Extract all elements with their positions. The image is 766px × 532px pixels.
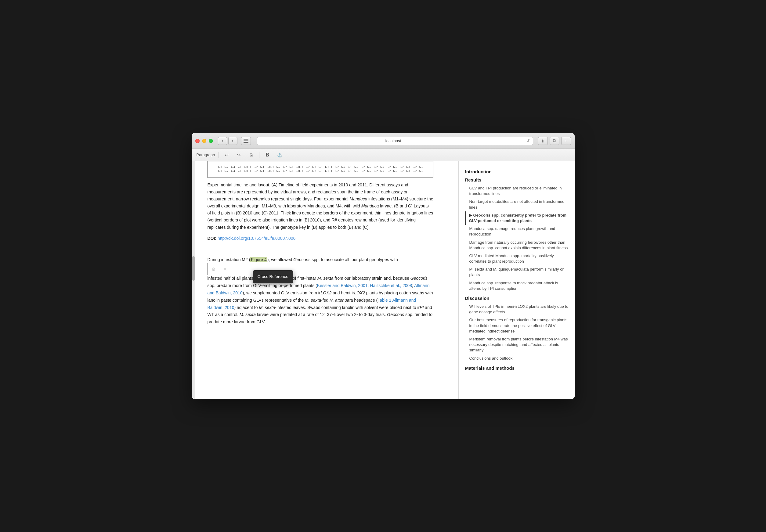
content-inner: 3←0 3←2 3←4 3←1 3←0.1 3←2 3←1 3←0.1 3←2 … bbox=[195, 161, 446, 332]
toc-item-wt-levels[interactable]: WT levels of TPIs in hemi-irLOX2 plants … bbox=[465, 303, 569, 316]
reload-button[interactable]: ↺ bbox=[527, 138, 530, 143]
caption-bold-C: C bbox=[408, 203, 411, 208]
cross-reference-label: Cross Reference bbox=[253, 270, 293, 283]
toc-item-manduca-response[interactable]: Manduca spp. response to mock predator a… bbox=[465, 279, 569, 293]
figure-caption: Experimental timeline and layout. (A) Ti… bbox=[207, 182, 433, 231]
msexta-italic-2: M. sexta bbox=[259, 305, 275, 310]
cross-ref-close-button[interactable]: ✕ bbox=[219, 263, 231, 275]
share-button[interactable]: ⬆ bbox=[538, 137, 548, 145]
doi-line: DOI: http://dx.doi.org/10.7554/eLife.000… bbox=[207, 236, 433, 241]
geocoris-italic-1: Geocoris bbox=[293, 257, 310, 262]
irPI-italic: PI bbox=[420, 305, 424, 310]
main-area: 3←0 3←2 3←4 3←1 3←0.1 3←2 3←1 3←0.1 3←2 … bbox=[192, 161, 575, 399]
close-button[interactable] bbox=[195, 139, 200, 143]
body-paragraph: During infestation M2 (Figure 4), we all… bbox=[207, 256, 433, 326]
copy-button[interactable]: ⎘ bbox=[247, 151, 255, 159]
toolbar: Paragraph ↩ ↪ ⎘ B ⚓ bbox=[192, 149, 575, 161]
caption-bold-A: A bbox=[273, 182, 276, 187]
toc-item-meristem-removal[interactable]: Meristem removal from plants before infe… bbox=[465, 335, 569, 354]
new-tab-button[interactable]: + bbox=[561, 137, 571, 145]
maximize-button[interactable] bbox=[209, 139, 213, 143]
minimize-button[interactable] bbox=[202, 139, 206, 143]
undo-button[interactable]: ↩ bbox=[222, 151, 231, 159]
lox2-italic-2: LOX2 bbox=[354, 290, 365, 295]
duplicate-button[interactable]: ⧉ bbox=[550, 137, 559, 145]
toc-section-discussion: Discussion WT levels of TPIs in hemi-irL… bbox=[465, 296, 569, 362]
toc-arrow-icon: ▶ bbox=[469, 213, 472, 218]
toc-item-best-measures[interactable]: Our best measures of reproduction for tr… bbox=[465, 316, 569, 335]
window-actions: ⬆ ⧉ + bbox=[538, 137, 571, 145]
cross-ref-settings-button[interactable]: ⚙ bbox=[208, 263, 219, 275]
caption-bold-B: B bbox=[396, 203, 399, 208]
gear-icon: ⚙ bbox=[211, 265, 215, 273]
msexta-fed-italic: M. sexta bbox=[305, 298, 321, 303]
svg-rect-2 bbox=[243, 142, 248, 143]
right-sidebar: Introduction Results GLV and TPI product… bbox=[459, 161, 575, 399]
toc-item-conclusions[interactable]: Conclusions and outlook bbox=[465, 354, 569, 362]
link-button[interactable]: ⚓ bbox=[275, 151, 284, 159]
toc-section-results: Results GLV and TPI production are reduc… bbox=[465, 177, 569, 293]
lox2-italic-1: LOX2 bbox=[320, 290, 331, 295]
url-bar[interactable]: localhost ↺ bbox=[257, 137, 533, 145]
nav-buttons: ‹ › bbox=[218, 137, 237, 145]
section-divider bbox=[207, 250, 433, 250]
figure-image: 3←0 3←2 3←4 3←1 3←0.1 3←2 3←1 3←0.1 3←2 … bbox=[207, 161, 433, 178]
toc-section-introduction: Introduction bbox=[465, 169, 569, 174]
ref-kessler-2001[interactable]: Kessler and Baldwin, 2001 bbox=[317, 283, 368, 288]
toc-item-glv-tpi[interactable]: GLV and TPI production are reduced or el… bbox=[465, 184, 569, 198]
caption-italic-manduca: Manduca bbox=[350, 196, 367, 201]
traffic-lights bbox=[195, 139, 213, 143]
paragraph-style-label[interactable]: Paragraph bbox=[196, 153, 215, 157]
forward-button[interactable]: › bbox=[228, 137, 237, 145]
toc-introduction-heading[interactable]: Introduction bbox=[465, 169, 569, 174]
toc-item-geocoris[interactable]: ▶Geocoris spp. consistently prefer to pr… bbox=[465, 211, 569, 225]
msexta-italic: M. sexta bbox=[317, 276, 333, 281]
cross-reference-popup: Cross Reference bbox=[253, 270, 293, 283]
redo-button[interactable]: ↪ bbox=[235, 151, 243, 159]
toc-item-glv-mortality[interactable]: GLV-mediated Manduca spp. mortality posi… bbox=[465, 252, 569, 265]
close-icon: ✕ bbox=[223, 265, 227, 273]
scroll-track[interactable] bbox=[192, 161, 195, 399]
toc-materials-heading[interactable]: Materials and methods bbox=[465, 365, 569, 371]
geocoris-italic-2: Geocoris bbox=[411, 276, 428, 281]
toc-item-naturally-occurring[interactable]: Damage from naturally occurring herbivor… bbox=[465, 239, 569, 252]
caption-italic-manduca2: Manduca bbox=[361, 203, 379, 208]
toc-section-materials: Materials and methods bbox=[465, 365, 569, 371]
back-button[interactable]: ‹ bbox=[218, 137, 227, 145]
svg-rect-1 bbox=[243, 140, 248, 141]
toc-item-non-target[interactable]: Non-target metabolites are not affected … bbox=[465, 198, 569, 211]
msexta-italic-3: M. sexta bbox=[239, 312, 256, 317]
toc-item-msexta-quinque[interactable]: M. sexta and M. quinquemaculata perform … bbox=[465, 265, 569, 279]
toc-discussion-heading[interactable]: Discussion bbox=[465, 296, 569, 301]
n-attenuata-italic: N. attenuata bbox=[329, 298, 353, 303]
bold-button[interactable]: B bbox=[263, 151, 271, 159]
sidebar-toggle-button[interactable] bbox=[241, 137, 251, 145]
content-area: 3←0 3←2 3←4 3←1 3←0.1 3←2 3←1 3←0.1 3←2 … bbox=[195, 161, 459, 399]
geocoris-italic-3: Geocoris bbox=[387, 312, 404, 317]
figure4-reference[interactable]: Figure 4 bbox=[250, 257, 267, 262]
scroll-thumb[interactable] bbox=[192, 256, 195, 281]
toc-results-heading[interactable]: Results bbox=[465, 177, 569, 182]
url-text: localhost bbox=[260, 138, 527, 143]
toolbar-divider-2 bbox=[259, 152, 259, 158]
cross-ref-actions: ⚙ ✕ bbox=[207, 263, 433, 275]
doi-label: DOI: bbox=[207, 236, 217, 241]
toolbar-divider-1 bbox=[218, 152, 219, 158]
svg-rect-0 bbox=[243, 139, 248, 140]
doi-link[interactable]: http://dx.doi.org/10.7554/eLife.00007.00… bbox=[217, 236, 295, 241]
figure-image-data: 3←0 3←2 3←4 3←1 3←0.1 3←2 3←1 3←0.1 3←2 … bbox=[216, 164, 425, 175]
title-bar: ‹ › localhost ↺ ⬆ ⧉ + bbox=[192, 133, 575, 149]
toc-item-manduca-damage[interactable]: Manduca spp. damage reduces plant growth… bbox=[465, 225, 569, 238]
ref-halitschke-2008[interactable]: Halitschke et al., 2008 bbox=[370, 283, 412, 288]
